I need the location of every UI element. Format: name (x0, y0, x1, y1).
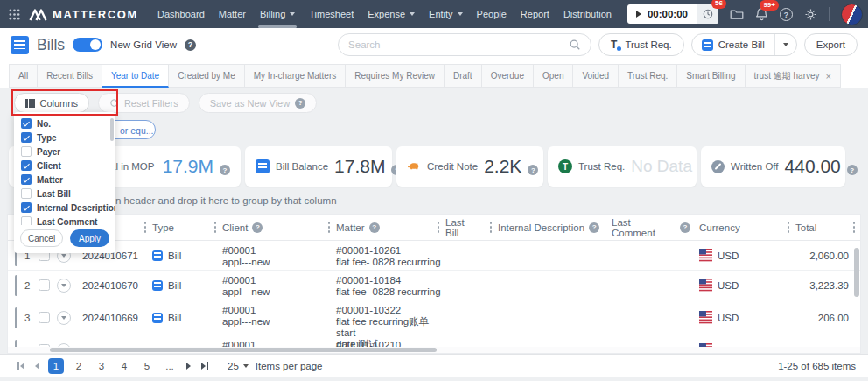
panel-scrollbar-thumb[interactable] (110, 118, 114, 141)
column-option-payer[interactable]: Payer (14, 145, 116, 159)
checkbox-checked[interactable] (21, 174, 32, 185)
row-drag-handle[interactable] (15, 307, 18, 328)
column-option-last-comment[interactable]: Last Comment (14, 215, 116, 225)
apply-button[interactable]: Apply (70, 229, 109, 247)
column-menu-icon[interactable] (488, 220, 494, 235)
column-header-currency[interactable]: Currency (699, 215, 795, 240)
checkbox-checked[interactable] (21, 160, 32, 171)
column-menu-icon[interactable] (851, 220, 857, 235)
column-option-last-bill[interactable]: Last Bill (14, 187, 116, 201)
table-row[interactable]: 4#00001#00001-10210USD (8, 335, 860, 347)
help-icon[interactable]: ? (252, 222, 262, 233)
nav-item-distribution[interactable]: Distribution (556, 0, 619, 28)
column-option-type[interactable]: Type (14, 131, 116, 145)
column-option-no[interactable]: No. (14, 116, 116, 131)
row-expand-button[interactable] (57, 311, 71, 325)
tab-recent-bills[interactable]: Recent Bills (38, 64, 102, 88)
search-box[interactable] (338, 33, 592, 56)
column-menu-icon[interactable] (326, 220, 332, 235)
tab-created-by-me[interactable]: Created by Me (169, 64, 245, 88)
nav-item-billing[interactable]: Billing (253, 0, 302, 28)
nav-item-dashboard[interactable]: Dashboard (150, 0, 212, 28)
brand-logo[interactable]: MATTERCOM (29, 8, 138, 21)
timer-clock-segment[interactable]: 56 (696, 4, 718, 24)
page-button-2[interactable]: 2 (71, 358, 87, 374)
page-button-5[interactable]: 5 (139, 358, 155, 374)
create-bill-dropdown[interactable] (774, 34, 796, 55)
column-header-client[interactable]: Client? (222, 215, 336, 240)
column-menu-icon[interactable] (786, 220, 791, 235)
search-icon[interactable] (569, 39, 581, 51)
play-icon[interactable] (636, 11, 641, 18)
checkbox-unchecked[interactable] (21, 146, 32, 157)
nav-item-entity[interactable]: Entity (422, 0, 470, 28)
tab-draft[interactable]: Draft (444, 64, 482, 88)
columns-button[interactable]: Columns (14, 93, 89, 113)
tab-year-to-date[interactable]: Year to Date (102, 64, 169, 88)
row-checkbox[interactable] (38, 312, 50, 323)
column-option-matter[interactable]: Matter (14, 173, 116, 187)
help-button[interactable]: ? (780, 8, 793, 21)
table-row[interactable]: 12024010671Bill#00001appl---new#00001-10… (8, 241, 860, 271)
tab-trust-req[interactable]: Trust Req. (619, 64, 677, 88)
folder-button[interactable] (730, 8, 744, 20)
page-button-4[interactable]: 4 (116, 358, 132, 374)
checkbox-unchecked[interactable] (21, 188, 32, 199)
nav-item-timesheet[interactable]: Timesheet (302, 0, 360, 28)
new-grid-view-toggle[interactable] (73, 38, 102, 52)
previous-page-button[interactable] (30, 363, 45, 370)
nav-item-matter[interactable]: Matter (212, 0, 253, 28)
table-row[interactable]: 22024010670Bill#00001appl---new#00001-10… (8, 271, 860, 300)
column-option-internal-description[interactable]: Internal Description (14, 201, 116, 215)
search-input[interactable] (348, 39, 569, 50)
tab-open[interactable]: Open (534, 64, 573, 88)
cancel-button[interactable]: Cancel (20, 229, 63, 247)
first-page-button[interactable] (12, 362, 30, 370)
column-header-matter[interactable]: Matter? (336, 215, 445, 240)
row-drag-handle[interactable] (15, 340, 18, 348)
user-avatar[interactable] (841, 4, 863, 25)
checkbox-checked[interactable] (21, 118, 32, 129)
export-button[interactable]: Export (804, 33, 858, 56)
create-bill-button[interactable]: Create Bill (692, 34, 774, 55)
nav-item-report[interactable]: Report (514, 0, 556, 28)
column-header-total[interactable]: Total (795, 215, 861, 240)
help-icon[interactable]: ? (589, 222, 599, 233)
page-size-select[interactable]: 25 (228, 361, 248, 371)
row-drag-handle[interactable] (15, 275, 18, 296)
checkbox-checked[interactable] (21, 202, 32, 213)
reset-filters-button[interactable]: Reset Filters (98, 93, 190, 113)
column-option-client[interactable]: Client (14, 159, 116, 173)
tab-overdue[interactable]: Overdue (482, 64, 534, 88)
help-icon[interactable]: ? (369, 222, 380, 233)
page-button-1[interactable]: 1 (48, 358, 64, 374)
help-icon[interactable]: ? (680, 222, 690, 233)
notifications-button[interactable]: 99+ (755, 7, 768, 21)
column-header-last-bill[interactable]: Last Bill (445, 215, 498, 240)
help-icon[interactable]: ? (185, 39, 196, 51)
last-page-button[interactable] (196, 362, 214, 370)
tab-all[interactable]: All (9, 64, 38, 88)
vertical-scrollbar-thumb[interactable] (854, 248, 859, 297)
app-launcher-grid-icon[interactable] (9, 9, 20, 20)
save-as-new-view-button[interactable]: Save as New View ? (199, 93, 318, 113)
trust-req-button[interactable]: T Trust Req. (598, 33, 684, 56)
column-menu-icon[interactable] (213, 220, 218, 235)
checkbox-checked[interactable] (21, 132, 32, 143)
timer-widget[interactable]: 00:00:00 56 (627, 4, 718, 24)
vertical-scrollbar[interactable] (854, 243, 859, 341)
page-button-3[interactable]: 3 (94, 358, 109, 374)
column-header-internal-description[interactable]: Internal Description? (498, 215, 612, 240)
column-menu-icon[interactable] (143, 220, 148, 235)
horizontal-scrollbar[interactable] (8, 347, 860, 353)
horizontal-scrollbar-thumb[interactable] (50, 348, 437, 352)
next-page-button[interactable] (181, 363, 196, 370)
checkbox-unchecked[interactable] (21, 216, 32, 225)
column-header-type[interactable]: Type (152, 215, 222, 240)
page-ellipsis[interactable]: ... (162, 358, 178, 374)
table-row[interactable]: 32024010669Bill#00001appl---new#00001-10… (8, 300, 860, 335)
column-header-last-comment[interactable]: Last Comment? (612, 215, 699, 240)
tab-my-in-charge-matters[interactable]: My In-charge Matters (245, 64, 346, 88)
row-checkbox[interactable] (38, 279, 50, 291)
nav-item-people[interactable]: People (470, 0, 514, 28)
